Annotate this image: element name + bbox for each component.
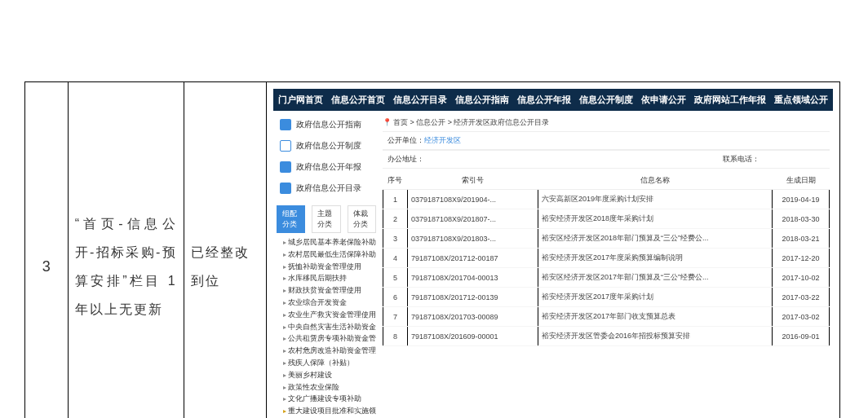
nav-item[interactable]: 依申请公开 bbox=[640, 94, 688, 106]
nav-item[interactable]: 信息公开制度 bbox=[578, 94, 635, 106]
top-nav: 门户网首页 信息公开首页 信息公开目录 信息公开指南 信息公开年报 信息公开制度… bbox=[273, 89, 833, 111]
embedded-screenshot: 门户网首页 信息公开首页 信息公开目录 信息公开指南 信息公开年报 信息公开制度… bbox=[273, 89, 833, 418]
contact-info: 办公地址： 联系电话： bbox=[383, 150, 830, 169]
nav-item[interactable]: 信息公开指南 bbox=[454, 94, 511, 106]
tab-group[interactable]: 组配分类 bbox=[277, 205, 305, 233]
sidebar-label: 政府信息公开目录 bbox=[296, 183, 361, 194]
breadcrumb-current: 经济开发区政府信息公开目录 bbox=[454, 118, 549, 126]
cell-name: 裕安经济开发区2017年部门收支预算总表 bbox=[538, 307, 772, 327]
tree-node[interactable]: 重大建设项目批准和实施领域 bbox=[277, 405, 376, 417]
cell-name: 裕安区经济开发区2017年部门预算及“三公”经费公... bbox=[538, 268, 772, 288]
tab-theme[interactable]: 主题分类 bbox=[312, 205, 340, 233]
table-row[interactable]: 479187108X/201712-00187裕安经济开发区2017年度采购预算… bbox=[383, 249, 829, 268]
cell-date: 2017-12-20 bbox=[773, 249, 830, 268]
category-tabs: 组配分类 主题分类 体裁分类 bbox=[277, 205, 376, 233]
cell-index: 0379187108X9/201904-... bbox=[407, 190, 538, 209]
sidebar-label: 政府信息公开年报 bbox=[296, 161, 361, 173]
cell-name: 裕安经济开发区2017年度采购预算编制说明 bbox=[538, 249, 772, 268]
briefcase-icon bbox=[280, 140, 291, 152]
pin-icon: 📍 bbox=[383, 118, 392, 126]
breadcrumb-prefix: 首页 > 信息公开 > bbox=[393, 118, 454, 126]
cell-date: 2017-03-22 bbox=[773, 288, 830, 307]
tree-node[interactable]: 中央自然灾害生活补助资金管理使 bbox=[277, 321, 376, 333]
cell-index: 0379187108X9/201803-... bbox=[407, 229, 538, 249]
cell-date: 2017-03-02 bbox=[773, 307, 830, 327]
tree-node[interactable]: 残疾人保障（补贴） bbox=[277, 357, 376, 369]
screenshot-cell: 门户网首页 信息公开首页 信息公开目录 信息公开指南 信息公开年报 信息公开制度… bbox=[266, 82, 839, 419]
unit-info: 公开单位：经济开发区 bbox=[383, 131, 830, 150]
table-row[interactable]: 30379187108X9/201803-...裕安区经济开发区2018年部门预… bbox=[383, 229, 829, 249]
sidebar-annual[interactable]: 政府信息公开年报 bbox=[277, 156, 376, 178]
cell-seq: 6 bbox=[383, 288, 407, 307]
tree-node[interactable]: 公共租赁房专项补助资金管理使用 bbox=[277, 332, 376, 345]
tree-node[interactable]: 农村危房改造补助资金管理使用 bbox=[277, 345, 376, 357]
issue-description: “首页-信息公开-招标采购-预算安排”栏目 1年以上无更新 bbox=[68, 82, 184, 419]
report-row: 3 “首页-信息公开-招标采购-预算安排”栏目 1年以上无更新 已经整改到位 门… bbox=[25, 82, 840, 419]
tree-node[interactable]: 文化广播建设专项补助 bbox=[277, 393, 376, 405]
tree-node[interactable]: 美丽乡村建设 bbox=[277, 369, 376, 381]
cell-name: 裕安经济开发区2018度年采购计划 bbox=[538, 209, 772, 229]
cell-name: 裕安区经济开发区2018年部门预算及“三公”经费公... bbox=[538, 229, 772, 249]
table-row[interactable]: 10379187108X9/201904-...六安高新区2019年度采购计划安… bbox=[383, 190, 829, 209]
list-icon bbox=[280, 183, 291, 194]
tree-node[interactable]: 抚恤补助资金管理使用 bbox=[277, 261, 376, 273]
cell-index: 79187108X/201704-00013 bbox=[407, 268, 538, 288]
nav-item[interactable]: 信息公开年报 bbox=[516, 94, 573, 106]
cell-seq: 1 bbox=[383, 190, 407, 209]
category-tree: 城乡居民基本养老保险补助资金 农村居民最低生活保障补助资金 抚恤补助资金管理使用… bbox=[277, 236, 376, 418]
breadcrumb: 📍首页 > 信息公开 > 经济开发区政府信息公开目录 bbox=[383, 114, 830, 131]
sidebar-label: 政府信息公开制度 bbox=[296, 140, 361, 152]
table-row[interactable]: 779187108X/201703-00089裕安经济开发区2017年部门收支预… bbox=[383, 307, 829, 327]
tree-node[interactable]: 农业综合开发资金 bbox=[277, 297, 376, 309]
cell-seq: 5 bbox=[383, 268, 407, 288]
nav-item[interactable]: 政府网站工作年报 bbox=[693, 94, 768, 106]
phone-label: 联系电话： bbox=[723, 154, 760, 165]
th-name: 信息名称 bbox=[538, 172, 772, 190]
cell-seq: 2 bbox=[383, 209, 407, 229]
row-number: 3 bbox=[25, 82, 69, 419]
table-row[interactable]: 579187108X/201704-00013裕安区经济开发区2017年部门预算… bbox=[383, 268, 829, 288]
unit-label: 公开单位： bbox=[388, 136, 424, 144]
nav-item[interactable]: 门户网首页 bbox=[277, 94, 325, 106]
table-row[interactable]: 679187108X/201712-00139裕安经济开发区2017度年采购计划… bbox=[383, 288, 829, 307]
tree-node[interactable]: 水库移民后期扶持 bbox=[277, 272, 376, 284]
table-row[interactable]: 879187108X/201609-00001裕安经济开发区管委会2016年招投… bbox=[383, 327, 829, 346]
doc-icon bbox=[280, 161, 291, 173]
th-index: 索引号 bbox=[407, 172, 538, 190]
tree-node[interactable]: 财政扶贫资金管理使用 bbox=[277, 284, 376, 297]
tab-form[interactable]: 体裁分类 bbox=[348, 205, 376, 233]
tree-node[interactable]: 政策性农业保险 bbox=[277, 381, 376, 394]
cell-index: 79187108X/201609-00001 bbox=[407, 327, 538, 346]
cell-seq: 8 bbox=[383, 327, 407, 346]
cell-date: 2016-09-01 bbox=[773, 327, 830, 346]
cell-index: 79187108X/201703-00089 bbox=[407, 307, 538, 327]
sidebar-system[interactable]: 政府信息公开制度 bbox=[277, 135, 376, 156]
cell-index: 79187108X/201712-00139 bbox=[407, 288, 538, 307]
cell-date: 2017-10-02 bbox=[773, 268, 830, 288]
nav-item[interactable]: 重点领域公开 bbox=[773, 94, 830, 106]
status-text: 已经整改到位 bbox=[184, 82, 266, 419]
cell-name: 六安高新区2019年度采购计划安排 bbox=[538, 190, 772, 209]
tree-node[interactable]: 农业生产救灾资金管理使用 bbox=[277, 309, 376, 321]
flag-icon bbox=[280, 119, 291, 130]
cell-index: 0379187108X9/201807-... bbox=[407, 209, 538, 229]
cell-seq: 4 bbox=[383, 249, 407, 268]
sidebar: 政府信息公开指南 政府信息公开制度 政府信息公开年报 政府信息公开目录 组配分类… bbox=[273, 111, 379, 418]
nav-item[interactable]: 信息公开目录 bbox=[392, 94, 449, 106]
data-table: 序号 索引号 信息名称 生成日期 10379187108X9/201904-..… bbox=[383, 172, 830, 346]
cell-seq: 3 bbox=[383, 229, 407, 249]
th-date: 生成日期 bbox=[773, 172, 830, 190]
sidebar-catalog[interactable]: 政府信息公开目录 bbox=[277, 178, 376, 199]
cell-date: 2018-03-21 bbox=[773, 229, 830, 249]
tree-node[interactable]: 城乡居民基本养老保险补助资金 bbox=[277, 236, 376, 249]
cell-index: 79187108X/201712-00187 bbox=[407, 249, 538, 268]
th-seq: 序号 bbox=[383, 172, 407, 190]
sidebar-guide[interactable]: 政府信息公开指南 bbox=[277, 114, 376, 135]
address-label: 办公地址： bbox=[388, 154, 424, 165]
unit-name[interactable]: 经济开发区 bbox=[424, 136, 461, 144]
cell-date: 2019-04-19 bbox=[773, 190, 830, 209]
tree-node[interactable]: 农村居民最低生活保障补助资金 bbox=[277, 249, 376, 261]
nav-item[interactable]: 信息公开首页 bbox=[330, 94, 387, 106]
sidebar-label: 政府信息公开指南 bbox=[296, 119, 361, 130]
table-row[interactable]: 20379187108X9/201807-...裕安经济开发区2018度年采购计… bbox=[383, 209, 829, 229]
